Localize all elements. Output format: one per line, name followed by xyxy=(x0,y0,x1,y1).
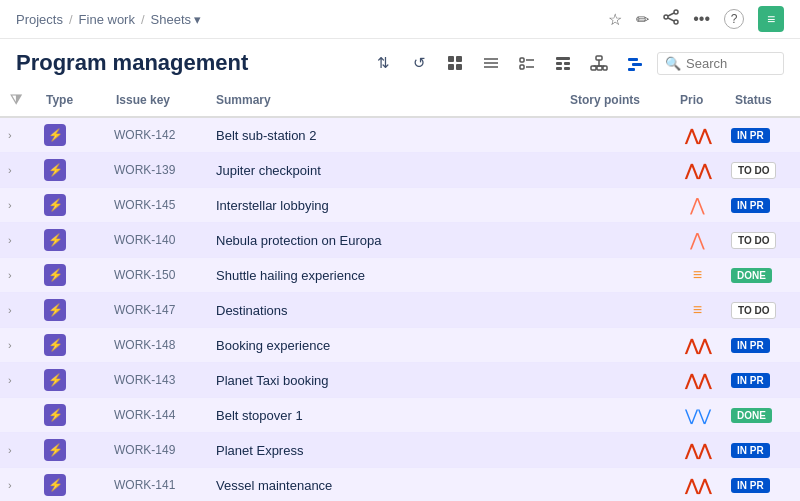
key-cell[interactable]: WORK-149 xyxy=(106,433,206,468)
status-cell: IN PR xyxy=(725,328,800,363)
summary-header: Summary xyxy=(206,83,560,117)
expand-cell[interactable]: › xyxy=(0,258,36,293)
key-cell[interactable]: WORK-145 xyxy=(106,188,206,223)
type-cell: ⚡ xyxy=(36,223,106,258)
toolbar-icons: ⇅ ↺ 🔍 xyxy=(369,49,784,77)
points-cell xyxy=(560,223,670,258)
expand-cell[interactable]: › xyxy=(0,153,36,188)
summary-cell[interactable]: Nebula protection on Europa xyxy=(206,223,560,258)
summary-cell[interactable]: Vessel maintenance xyxy=(206,468,560,502)
table-row[interactable]: › ⚡ WORK-141 Vessel maintenance ⋀⋀ IN PR xyxy=(0,468,800,502)
expand-cell[interactable]: › xyxy=(0,363,36,398)
menu-icon[interactable]: ≡ xyxy=(758,6,784,32)
type-badge: ⚡ xyxy=(44,229,66,251)
sheets-chevron-icon: ▾ xyxy=(194,12,201,27)
view-card-icon[interactable] xyxy=(441,49,469,77)
expand-cell[interactable]: › xyxy=(0,468,36,502)
breadcrumb-projects[interactable]: Projects xyxy=(16,12,63,27)
table-row[interactable]: › ⚡ WORK-147 Destinations ≡ TO DO xyxy=(0,293,800,328)
page-title: Program management xyxy=(16,50,353,76)
more-icon[interactable]: ••• xyxy=(693,10,710,28)
expand-cell[interactable] xyxy=(0,398,36,433)
key-cell[interactable]: WORK-143 xyxy=(106,363,206,398)
table-row[interactable]: › ⚡ WORK-149 Planet Express ⋀⋀ IN PR xyxy=(0,433,800,468)
summary-cell[interactable]: Destinations xyxy=(206,293,560,328)
key-cell[interactable]: WORK-144 xyxy=(106,398,206,433)
table-row[interactable]: › ⚡ WORK-140 Nebula protection on Europa… xyxy=(0,223,800,258)
expand-cell[interactable]: › xyxy=(0,188,36,223)
issues-table: ⧩ Type Issue key Summary Story points Pr… xyxy=(0,83,800,501)
search-box[interactable]: 🔍 xyxy=(657,52,784,75)
table-icon[interactable] xyxy=(549,49,577,77)
list-icon[interactable] xyxy=(477,49,505,77)
breadcrumb-sheets-dropdown[interactable]: Sheets ▾ xyxy=(151,12,201,27)
summary-cell[interactable]: Jupiter checkpoint xyxy=(206,153,560,188)
table-row[interactable]: › ⚡ WORK-150 Shuttle hailing experience … xyxy=(0,258,800,293)
type-cell: ⚡ xyxy=(36,468,106,502)
table-row[interactable]: ⚡ WORK-144 Belt stopover 1 ⋁⋁ DONE xyxy=(0,398,800,433)
filter-header[interactable]: ⧩ xyxy=(0,83,36,117)
table-row[interactable]: › ⚡ WORK-148 Booking experience ⋀⋀ IN PR xyxy=(0,328,800,363)
key-cell[interactable]: WORK-148 xyxy=(106,328,206,363)
expand-cell[interactable]: › xyxy=(0,328,36,363)
summary-cell[interactable]: Belt sub-station 2 xyxy=(206,117,560,153)
prio-cell: ⋀⋀ xyxy=(670,153,725,188)
help-icon[interactable]: ? xyxy=(724,9,744,29)
status-cell: IN PR xyxy=(725,468,800,502)
share-icon[interactable] xyxy=(663,9,679,29)
breadcrumb-fine-work[interactable]: Fine work xyxy=(79,12,135,27)
status-cell: IN PR xyxy=(725,188,800,223)
summary-cell[interactable]: Planet Taxi booking xyxy=(206,363,560,398)
summary-cell[interactable]: Interstellar lobbying xyxy=(206,188,560,223)
table-row[interactable]: › ⚡ WORK-142 Belt sub-station 2 ⋀⋀ IN PR xyxy=(0,117,800,153)
key-cell[interactable]: WORK-150 xyxy=(106,258,206,293)
type-cell: ⚡ xyxy=(36,363,106,398)
summary-cell[interactable]: Booking experience xyxy=(206,328,560,363)
svg-rect-19 xyxy=(556,67,562,70)
summary-cell[interactable]: Shuttle hailing experience xyxy=(206,258,560,293)
type-badge: ⚡ xyxy=(44,159,66,181)
prio-header: Prio xyxy=(670,83,725,117)
star-icon[interactable]: ☆ xyxy=(608,10,622,29)
sort-icon[interactable]: ⇅ xyxy=(369,49,397,77)
summary-cell[interactable]: Belt stopover 1 xyxy=(206,398,560,433)
points-cell xyxy=(560,363,670,398)
table-row[interactable]: › ⚡ WORK-145 Interstellar lobbying ⋀ IN … xyxy=(0,188,800,223)
key-header: Issue key xyxy=(106,83,206,117)
svg-rect-21 xyxy=(596,56,602,60)
points-cell xyxy=(560,293,670,328)
edit-icon[interactable]: ✏ xyxy=(636,10,649,29)
expand-cell[interactable]: › xyxy=(0,117,36,153)
top-bar: Projects / Fine work / Sheets ▾ ☆ ✏ ••• … xyxy=(0,0,800,39)
checklist-icon[interactable] xyxy=(513,49,541,77)
refresh-icon[interactable]: ↺ xyxy=(405,49,433,77)
table-row[interactable]: › ⚡ WORK-143 Planet Taxi booking ⋀⋀ IN P… xyxy=(0,363,800,398)
table-row[interactable]: › ⚡ WORK-139 Jupiter checkpoint ⋀⋀ TO DO xyxy=(0,153,800,188)
breadcrumb-sep2: / xyxy=(141,12,145,27)
status-cell: IN PR xyxy=(725,363,800,398)
top-icons-group: ☆ ✏ ••• ? ≡ xyxy=(608,6,784,32)
type-badge: ⚡ xyxy=(44,439,66,461)
svg-line-3 xyxy=(668,13,674,16)
summary-cell[interactable]: Planet Express xyxy=(206,433,560,468)
prio-cell: ⋀⋀ xyxy=(670,117,725,153)
key-cell[interactable]: WORK-139 xyxy=(106,153,206,188)
search-input[interactable] xyxy=(686,56,776,71)
expand-cell[interactable]: › xyxy=(0,293,36,328)
svg-rect-16 xyxy=(556,57,570,60)
key-cell[interactable]: WORK-141 xyxy=(106,468,206,502)
hierarchy-icon[interactable] xyxy=(585,49,613,77)
svg-rect-8 xyxy=(456,64,462,70)
points-cell xyxy=(560,468,670,502)
svg-rect-17 xyxy=(556,62,562,65)
status-cell: DONE xyxy=(725,398,800,433)
expand-cell[interactable]: › xyxy=(0,433,36,468)
status-badge: IN PR xyxy=(731,338,770,353)
key-cell[interactable]: WORK-142 xyxy=(106,117,206,153)
status-badge: IN PR xyxy=(731,443,770,458)
key-cell[interactable]: WORK-140 xyxy=(106,223,206,258)
expand-cell[interactable]: › xyxy=(0,223,36,258)
roadmap-icon[interactable] xyxy=(621,49,649,77)
key-cell[interactable]: WORK-147 xyxy=(106,293,206,328)
filter-icon[interactable]: ⧩ xyxy=(10,91,22,107)
